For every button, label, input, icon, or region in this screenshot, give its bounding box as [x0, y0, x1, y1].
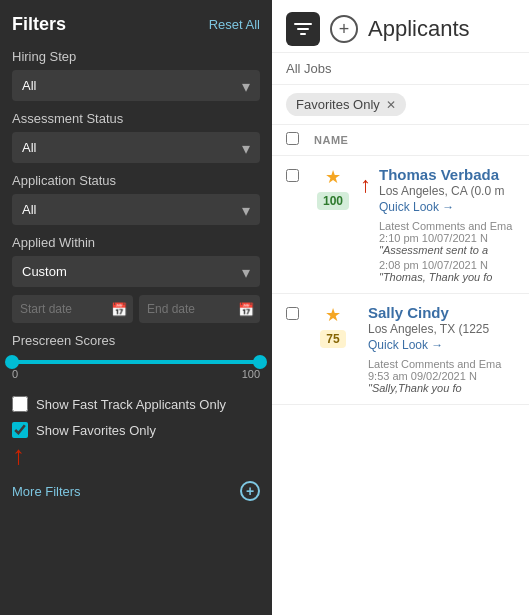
- svg-rect-1: [297, 28, 309, 30]
- assessment-status-select-wrapper: All: [12, 132, 260, 163]
- fast-track-label: Show Fast Track Applicants Only: [36, 397, 226, 412]
- applicant-2-star-icon[interactable]: ★: [325, 304, 341, 326]
- fast-track-checkbox[interactable]: [12, 396, 28, 412]
- slider-min-label: 0: [12, 368, 18, 380]
- applicant-1-name[interactable]: Thomas Verbada: [379, 166, 515, 183]
- slider-thumb-left[interactable]: [5, 355, 19, 369]
- favorites-row: Show Favorites Only: [12, 422, 156, 438]
- jobs-label[interactable]: All Jobs: [286, 61, 332, 76]
- filter-icon: [294, 22, 312, 36]
- applicant-1-quick-look[interactable]: Quick Look →: [379, 200, 515, 214]
- main-panel: + Applicants All Jobs Favorites Only ✕ N…: [272, 0, 529, 615]
- applicant-1-arrow: ↑: [360, 166, 371, 198]
- select-all-checkbox[interactable]: [286, 132, 299, 145]
- application-status-select-wrapper: All: [12, 194, 260, 225]
- table-header-checkbox-col: [286, 131, 314, 149]
- more-filters-row: More Filters +: [12, 481, 260, 501]
- comment-3-date: 9:53 am 09/02/2021 N: [368, 370, 515, 382]
- favorites-checkbox[interactable]: [12, 422, 28, 438]
- prescreen-slider[interactable]: 0 100: [12, 356, 260, 384]
- applicant-2-score-badge: 75: [320, 330, 345, 348]
- svg-rect-2: [300, 33, 306, 35]
- applicant-1-star-score: ★ 100: [314, 166, 352, 210]
- comment-label: Latest Comments and Ema: [379, 220, 515, 232]
- start-date-wrapper: 📅: [12, 295, 133, 323]
- date-range-row: 📅 📅: [12, 295, 260, 323]
- applicant-1-comments: Latest Comments and Ema 2:10 pm 10/07/20…: [379, 220, 515, 283]
- assessment-status-section: Assessment Status All: [12, 111, 260, 163]
- favorites-arrow-icon: ↑: [12, 440, 25, 471]
- applicant-2-star-score: ★ 75: [314, 304, 352, 348]
- more-filters-add-icon[interactable]: +: [240, 481, 260, 501]
- favorites-tag: Favorites Only ✕: [286, 93, 406, 116]
- end-date-calendar-icon: 📅: [238, 302, 254, 317]
- table-header: NAME: [272, 125, 529, 156]
- slider-fill: [12, 360, 260, 364]
- hiring-step-select[interactable]: All: [12, 70, 260, 101]
- svg-rect-0: [294, 23, 312, 25]
- applicant-2-checkbox-col: [286, 304, 306, 324]
- hiring-step-section: Hiring Step All: [12, 49, 260, 101]
- favorites-label: Show Favorites Only: [36, 423, 156, 438]
- applied-within-section: Applied Within Custom 📅 📅: [12, 235, 260, 323]
- add-applicant-button[interactable]: +: [330, 15, 358, 43]
- hiring-step-select-wrapper: All: [12, 70, 260, 101]
- applied-within-label: Applied Within: [12, 235, 260, 250]
- applicant-1-star-icon[interactable]: ★: [325, 166, 341, 188]
- slider-track: [12, 360, 260, 364]
- filter-toggle-button[interactable]: [286, 12, 320, 46]
- prescreen-label: Prescreen Scores: [12, 333, 260, 348]
- application-status-label: Application Status: [12, 173, 260, 188]
- slider-thumb-right[interactable]: [253, 355, 267, 369]
- comment-1-date: 2:10 pm 10/07/2021 N: [379, 232, 515, 244]
- prescreen-section: Prescreen Scores 0 100: [12, 333, 260, 384]
- comment-1-text: "Assessment sent to a: [379, 244, 515, 256]
- reset-all-button[interactable]: Reset All: [209, 17, 260, 32]
- more-filters-button[interactable]: More Filters: [12, 484, 81, 499]
- applicant-1-checkbox[interactable]: [286, 169, 299, 182]
- favorites-arrow-indicator: ↑: [12, 440, 260, 471]
- applied-within-select[interactable]: Custom: [12, 256, 260, 287]
- comment-label-2: Latest Comments and Ema: [368, 358, 515, 370]
- active-tags-row: Favorites Only ✕: [272, 85, 529, 125]
- slider-labels: 0 100: [12, 368, 260, 380]
- applicant-row: ★ 75 Sally Cindy Los Angeles, TX (1225 Q…: [272, 294, 529, 405]
- applicant-2-checkbox[interactable]: [286, 307, 299, 320]
- assessment-status-select[interactable]: All: [12, 132, 260, 163]
- applicant-1-info: Thomas Verbada Los Angeles, CA (0.0 m Qu…: [379, 166, 515, 283]
- hiring-step-label: Hiring Step: [12, 49, 260, 64]
- applicant-2-info: Sally Cindy Los Angeles, TX (1225 Quick …: [368, 304, 515, 394]
- sidebar-header: Filters Reset All: [12, 14, 260, 35]
- applicant-checkbox-col: [286, 166, 306, 186]
- favorites-row-container: Show Favorites Only: [12, 422, 260, 438]
- applicant-row: ★ 100 ↑ Thomas Verbada Los Angeles, CA (…: [272, 156, 529, 294]
- sidebar: Filters Reset All Hiring Step All Assess…: [0, 0, 272, 615]
- name-column-header: NAME: [314, 134, 348, 146]
- applicant-1-arrow-icon: ↑: [360, 172, 371, 198]
- comment-3-text: "Sally,Thank you fo: [368, 382, 515, 394]
- applicant-1-score-badge: 100: [317, 192, 349, 210]
- jobs-filter-row: All Jobs: [272, 53, 529, 85]
- applied-within-select-wrapper: Custom: [12, 256, 260, 287]
- sidebar-title: Filters: [12, 14, 66, 35]
- comment-2-text: "Thomas, Thank you fo: [379, 271, 515, 283]
- fast-track-row: Show Fast Track Applicants Only: [12, 396, 260, 412]
- end-date-wrapper: 📅: [139, 295, 260, 323]
- assessment-status-label: Assessment Status: [12, 111, 260, 126]
- main-header: + Applicants: [272, 0, 529, 53]
- applicant-2-name[interactable]: Sally Cindy: [368, 304, 515, 321]
- comment-2-date: 2:08 pm 10/07/2021 N: [379, 259, 515, 271]
- favorites-tag-close[interactable]: ✕: [386, 98, 396, 112]
- application-status-select[interactable]: All: [12, 194, 260, 225]
- applicant-2-location: Los Angeles, TX (1225: [368, 322, 515, 336]
- applicant-1-location: Los Angeles, CA (0.0 m: [379, 184, 515, 198]
- application-status-section: Application Status All: [12, 173, 260, 225]
- page-title: Applicants: [368, 16, 470, 42]
- start-date-calendar-icon: 📅: [111, 302, 127, 317]
- slider-max-label: 100: [242, 368, 260, 380]
- applicant-2-quick-look[interactable]: Quick Look →: [368, 338, 515, 352]
- applicant-2-comments: Latest Comments and Ema 9:53 am 09/02/20…: [368, 358, 515, 394]
- favorites-tag-label: Favorites Only: [296, 97, 380, 112]
